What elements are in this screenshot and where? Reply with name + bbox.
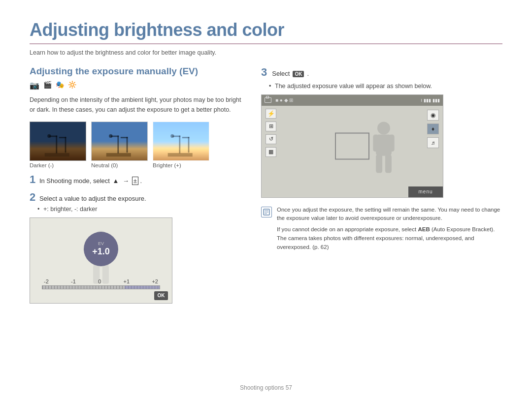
svg-rect-6 xyxy=(117,135,119,153)
camera-ui-box: ■ ● ◆ ⊞ I ▮▮▮ ▮▮▮ ⚡ ⊞ ↺ ▦ xyxy=(261,94,443,198)
note-2: If you cannot decide on an appropriate e… xyxy=(277,225,502,251)
aeb-bold: AEB xyxy=(418,226,430,232)
step-3-number: 3 xyxy=(261,66,267,79)
svg-rect-3 xyxy=(65,137,66,153)
svg-rect-0 xyxy=(56,135,57,153)
page-container: Adjusting brightness and color Learn how… xyxy=(0,0,532,401)
footer-text: Shooting options 57 xyxy=(240,384,292,391)
left-column: Adjusting the exposure manually (EV) 📷 🎬… xyxy=(30,66,241,304)
svg-rect-10 xyxy=(120,137,128,138)
cam-ui-camera-icon xyxy=(265,97,271,103)
page-subtitle: Learn how to adjust the brightness and c… xyxy=(30,49,502,56)
ev-plus1: +1 xyxy=(124,278,130,284)
cam-ui-indicators: I ▮▮▮ ▮▮▮ xyxy=(421,98,440,103)
video-icon: 🎬 xyxy=(43,81,52,90)
title-divider xyxy=(30,43,502,44)
step3-period: . xyxy=(307,70,309,77)
svg-rect-29 xyxy=(385,154,392,173)
step-2: 2 Select a value to adjust the exposure.… xyxy=(30,191,241,213)
left-icon-1: ⚡ xyxy=(266,109,276,119)
camera-icon: 📷 xyxy=(30,81,39,90)
cam-ui-indicator-3: ▮▮▮ xyxy=(432,98,440,103)
svg-point-2 xyxy=(47,134,51,138)
ev-scale-numbers: -2 -1 0 +1 +2 xyxy=(42,278,160,284)
smart-icon: 🔆 xyxy=(68,81,76,90)
camera-left-icons: ⚡ ⊞ ↺ ▦ xyxy=(266,109,276,157)
ev-label: EV xyxy=(98,241,104,246)
step-3-header: 3 Select OK . xyxy=(261,66,502,79)
cam-ui-icons-row: ■ ● ◆ ⊞ xyxy=(275,97,293,103)
step-1-text: In Shooting mode, select xyxy=(39,177,110,185)
ev-icon: ± xyxy=(132,177,138,185)
notes-text: Once you adjust the exposure, the settin… xyxy=(277,206,502,254)
svg-rect-12 xyxy=(179,135,180,153)
photo-neutral: Neutral (0) xyxy=(91,122,148,168)
cam-ui-indicator-1: I xyxy=(421,98,422,103)
camera-person-silhouette xyxy=(364,121,403,185)
two-column-layout: Adjusting the exposure manually (EV) 📷 🎬… xyxy=(30,66,502,304)
lamp-silhouette-neutral xyxy=(97,133,141,160)
left-icon-2: ⊞ xyxy=(266,122,276,131)
ok-button[interactable]: OK xyxy=(154,291,168,300)
ev-zero: 0 xyxy=(98,278,101,284)
page-title: Adjusting brightness and color xyxy=(30,20,502,40)
camera-mode-icons: 📷 🎬 🎭 🔆 xyxy=(30,81,241,90)
ev-minus2: -2 xyxy=(44,278,49,284)
step-3-text: Select xyxy=(272,70,290,77)
arrow-icon: → xyxy=(123,177,129,185)
svg-rect-17 xyxy=(167,153,192,156)
section-title: Adjusting the exposure manually (EV) xyxy=(30,66,241,77)
up-arrow-icon: ▲ xyxy=(113,177,119,185)
description-text: Depending on the intensity of the ambien… xyxy=(30,95,241,115)
step-3-bullet: The adjusted exposure value will appear … xyxy=(269,83,502,90)
step-2-number: 2 xyxy=(30,191,35,203)
step-3-ok-badge: OK xyxy=(293,71,304,77)
camera-menu-bar: menu xyxy=(408,186,443,197)
photo-brighter-image xyxy=(153,122,209,161)
cam-ui-indicator-2: ▮▮▮ xyxy=(424,98,431,103)
ev-minus1: -1 xyxy=(71,278,76,284)
step-3-bullets: The adjusted exposure value will appear … xyxy=(261,83,502,90)
ev-scale-bar xyxy=(42,285,160,289)
svg-point-8 xyxy=(109,134,112,138)
left-icon-4: ▦ xyxy=(266,147,276,157)
svg-rect-16 xyxy=(182,137,189,138)
step-2-bullets: +: brighter, -: darker xyxy=(30,206,241,213)
pencil-icon xyxy=(263,209,270,216)
svg-point-24 xyxy=(377,122,390,134)
ev-value: +1.0 xyxy=(92,247,110,257)
step-1-number: 1 xyxy=(30,173,35,185)
svg-point-14 xyxy=(170,134,174,138)
note-1: Once you adjust the exposure, the settin… xyxy=(277,206,502,223)
step-2-bullet-1: +: brighter, -: darker xyxy=(37,206,241,213)
svg-rect-4 xyxy=(59,137,66,138)
left-icon-3: ↺ xyxy=(266,134,276,144)
side-icon-1: ◉ xyxy=(427,110,439,121)
photo-darker-image xyxy=(30,122,86,161)
side-icon-3: ♬ xyxy=(427,137,439,148)
photo-neutral-label: Neutral (0) xyxy=(91,162,118,168)
svg-rect-9 xyxy=(126,137,128,153)
ev-scale: -2 -1 0 +1 +2 xyxy=(42,278,160,289)
lamp-silhouette-dark xyxy=(35,133,80,160)
camera-side-icons: ◉ ♦ ♬ xyxy=(427,110,439,148)
photo-neutral-image xyxy=(91,122,148,161)
camera-menu-text: menu xyxy=(418,189,432,194)
svg-rect-5 xyxy=(44,153,69,156)
step-2-text: Select a value to adjust the exposure. xyxy=(39,195,146,202)
scene-icon: 🎭 xyxy=(56,81,64,90)
photo-examples-row: Darker (-) Neutral (0) xyxy=(30,122,241,168)
photo-darker: Darker (-) xyxy=(30,122,86,168)
svg-rect-11 xyxy=(106,153,131,156)
svg-rect-26 xyxy=(373,134,379,152)
right-column: 3 Select OK . The adjusted exposure valu… xyxy=(261,66,502,304)
ev-scale-highlight xyxy=(125,286,160,289)
svg-rect-28 xyxy=(376,154,382,173)
step1-period: . xyxy=(140,177,142,185)
note-icon xyxy=(261,207,272,217)
side-icon-2: ♦ xyxy=(427,123,439,134)
camera-ui-topbar: ■ ● ◆ ⊞ I ▮▮▮ ▮▮▮ xyxy=(262,95,443,106)
ev-display-box: EV +1.0 -2 -1 0 +1 +2 OK xyxy=(30,217,172,304)
photo-darker-label: Darker (-) xyxy=(30,162,54,168)
step-1: 1 In Shooting mode, select ▲ → ± . xyxy=(30,173,241,186)
